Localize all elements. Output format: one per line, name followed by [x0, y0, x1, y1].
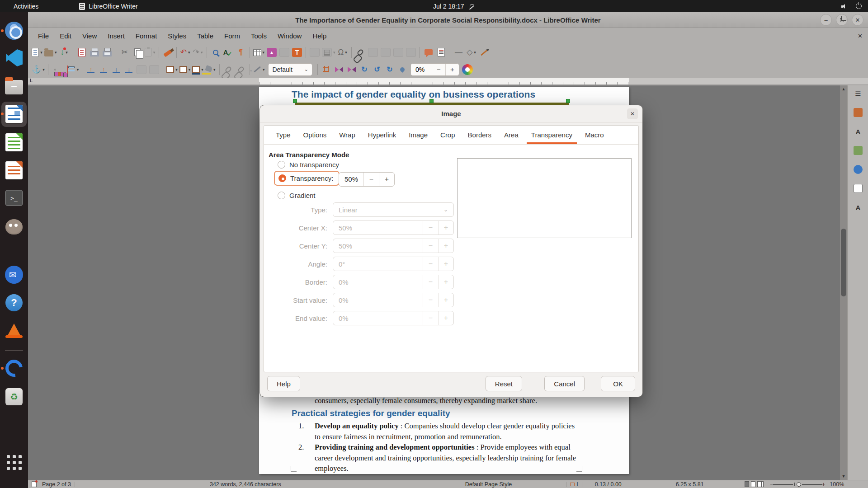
- basic-shapes-button[interactable]: ◇▾: [465, 46, 478, 59]
- show-applications-button[interactable]: [3, 451, 25, 473]
- flip-horizontally-button[interactable]: [345, 63, 358, 76]
- zoom-percent-status[interactable]: 100%: [830, 481, 844, 488]
- transparency-spinner-decrease[interactable]: −: [363, 173, 379, 186]
- zoom-slider[interactable]: − +: [770, 481, 826, 488]
- save-button[interactable]: ↓▾: [58, 46, 71, 59]
- image-mode-select[interactable]: Default ⌄: [268, 63, 312, 76]
- sidebar-styles-icon[interactable]: A: [852, 125, 864, 138]
- open-button[interactable]: ▾: [43, 46, 58, 59]
- menu-view[interactable]: View: [77, 30, 102, 42]
- tab-transparency[interactable]: Transparency: [525, 126, 579, 144]
- crop-button[interactable]: [320, 63, 333, 76]
- transparency-decrease-button[interactable]: −: [432, 64, 445, 75]
- sidebar-properties-icon[interactable]: [852, 106, 864, 119]
- rotate-right-button[interactable]: ↻: [358, 63, 371, 76]
- dock-item-software-updater[interactable]: [3, 357, 25, 379]
- transparency-value[interactable]: 0%: [411, 64, 432, 75]
- menu-styles[interactable]: Styles: [162, 30, 192, 42]
- align-objects-button[interactable]: ▾: [66, 63, 80, 76]
- single-page-view-icon[interactable]: [745, 481, 749, 487]
- zoom-in-icon[interactable]: +: [822, 481, 825, 488]
- formatting-marks-button[interactable]: ¶: [235, 46, 247, 59]
- rotate-left-button[interactable]: ↺: [371, 63, 383, 76]
- selection-mode-icon[interactable]: [570, 483, 575, 486]
- focused-app-name[interactable]: LibreOffice Writer: [79, 3, 137, 10]
- send-backward-button[interactable]: ↓: [110, 63, 123, 76]
- cursor-position-status[interactable]: 0.13 / 0.00: [595, 481, 622, 488]
- menu-tools[interactable]: Tools: [245, 30, 272, 42]
- anchor-button[interactable]: ⚓▾: [31, 63, 46, 76]
- window-close-button[interactable]: ✕: [852, 14, 863, 26]
- bring-to-front-button[interactable]: ↑: [85, 63, 97, 76]
- transparency-spinner[interactable]: 50% − +: [339, 172, 395, 187]
- dialog-titlebar[interactable]: Image ✕: [260, 105, 642, 122]
- area-fill-color-button[interactable]: ▾: [204, 63, 217, 76]
- vertical-scrollbar[interactable]: ▲ ▼: [840, 85, 847, 480]
- dock-item-gimp[interactable]: [3, 216, 25, 238]
- menu-table[interactable]: Table: [192, 30, 219, 42]
- power-icon[interactable]: [856, 3, 862, 9]
- tab-type[interactable]: Type: [269, 126, 297, 144]
- dock-item-trash[interactable]: ♻: [3, 386, 25, 408]
- zoom-slider-knob[interactable]: [797, 482, 801, 487]
- insert-comment-button[interactable]: [422, 46, 435, 59]
- window-restore-button[interactable]: [836, 14, 848, 26]
- insert-textbox-button[interactable]: T: [291, 46, 303, 59]
- dock-item-files[interactable]: [3, 75, 25, 97]
- sidebar-settings-icon[interactable]: ☰: [852, 87, 864, 100]
- tab-stop-selector[interactable]: L: [30, 78, 33, 83]
- scroll-up-icon[interactable]: ▲: [840, 85, 847, 93]
- object-size-status[interactable]: 6.25 x 5.81: [676, 481, 704, 488]
- send-to-back-button[interactable]: ↓: [123, 63, 135, 76]
- word-count-status[interactable]: 342 words, 2,446 characters: [210, 481, 281, 488]
- dock-item-calc[interactable]: [3, 131, 25, 153]
- window-minimize-button[interactable]: –: [820, 14, 832, 26]
- transparency-spinner-value[interactable]: 50%: [339, 173, 363, 186]
- tab-borders[interactable]: Borders: [462, 126, 498, 144]
- clock[interactable]: Jul 2 18:17: [433, 3, 474, 10]
- insert-table-button[interactable]: ▾: [252, 46, 266, 59]
- menu-edit[interactable]: Edit: [54, 30, 77, 42]
- insert-line-button[interactable]: [478, 46, 491, 59]
- wrap-through-button[interactable]: [60, 69, 61, 70]
- bring-forward-button[interactable]: ↑: [97, 63, 110, 76]
- rotate-angle-button[interactable]: ↻: [383, 63, 396, 76]
- tab-image[interactable]: Image: [402, 126, 434, 144]
- menu-format[interactable]: Format: [130, 30, 163, 42]
- selection-handle-top-left[interactable]: [293, 99, 297, 103]
- page-style-status[interactable]: Default Page Style: [465, 481, 512, 488]
- window-titlebar[interactable]: The Importance of Gender Equality in Cor…: [28, 12, 868, 28]
- sidebar-page-icon[interactable]: [852, 182, 864, 195]
- copy-button[interactable]: [131, 46, 144, 59]
- menu-form[interactable]: Form: [219, 30, 245, 42]
- scroll-down-icon[interactable]: ▼: [840, 473, 847, 480]
- tab-area[interactable]: Area: [498, 126, 525, 144]
- close-document-icon[interactable]: ✕: [858, 33, 863, 39]
- selection-handle-top-right[interactable]: [566, 99, 570, 103]
- transparency-increase-button[interactable]: +: [445, 64, 459, 75]
- border-style-button[interactable]: ▾: [165, 63, 179, 76]
- transparency-spinner-increase[interactable]: +: [379, 173, 394, 186]
- color-wheel-button[interactable]: [461, 63, 474, 76]
- cancel-button[interactable]: Cancel: [544, 376, 585, 391]
- print-preview-button[interactable]: [101, 46, 113, 59]
- toolbar-transparency-spinner[interactable]: 0% − +: [410, 63, 459, 76]
- new-document-button[interactable]: ▾: [31, 46, 43, 59]
- reset-button[interactable]: Reset: [486, 376, 522, 391]
- tab-hyperlink[interactable]: Hyperlink: [362, 126, 403, 144]
- ok-button[interactable]: OK: [601, 376, 635, 391]
- flip-vertically-button[interactable]: [333, 63, 345, 76]
- menu-insert[interactable]: Insert: [102, 30, 130, 42]
- scrollbar-thumb[interactable]: [841, 229, 846, 296]
- multi-page-view-icon[interactable]: [751, 481, 755, 487]
- find-replace-button[interactable]: [209, 46, 222, 59]
- activities-button[interactable]: Activities: [14, 3, 38, 10]
- book-view-icon[interactable]: [757, 481, 762, 487]
- transparency-radio[interactable]: Transparency:: [274, 171, 340, 186]
- undo-button[interactable]: ↶▾: [179, 46, 192, 59]
- dock-item-writer[interactable]: [3, 103, 25, 125]
- dialog-close-button[interactable]: ✕: [627, 108, 638, 119]
- spelling-button[interactable]: A✓: [222, 46, 235, 59]
- print-button[interactable]: [88, 46, 101, 59]
- export-pdf-button[interactable]: [75, 46, 88, 59]
